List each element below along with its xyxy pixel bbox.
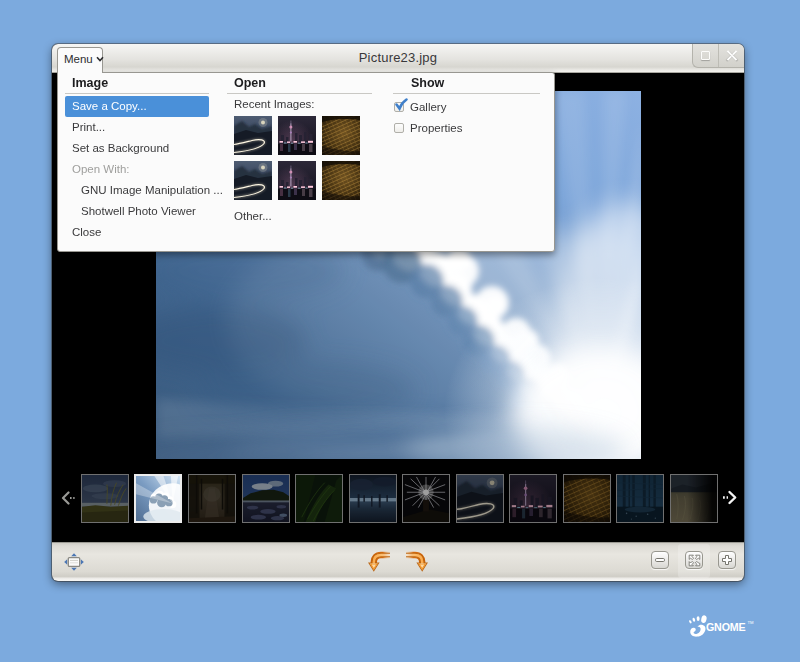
- svg-text:TM: TM: [748, 620, 755, 625]
- svg-text:GNOME: GNOME: [706, 621, 745, 633]
